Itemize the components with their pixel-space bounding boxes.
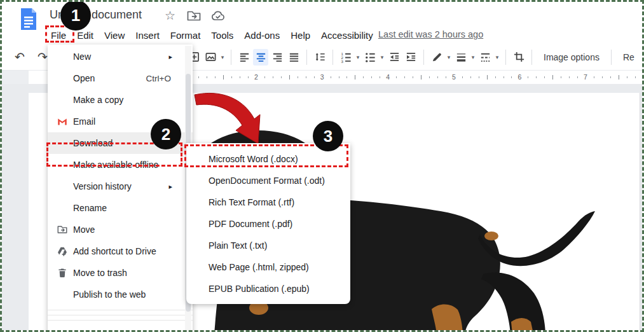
ruler-tick (569, 76, 570, 78)
ruler-tick (331, 76, 331, 78)
undo-icon[interactable]: ↶ (12, 49, 27, 66)
ruler-tick (248, 76, 249, 78)
file-menu-item-open[interactable]: OpenCtrl+O (48, 67, 193, 89)
menubar-item-help[interactable]: Help (289, 29, 312, 41)
menu-item-label: Version history (73, 181, 132, 191)
ruler-tick (421, 75, 421, 80)
line-spacing-icon[interactable] (312, 49, 327, 66)
insert-image-icon[interactable] (203, 49, 218, 66)
ruler-tick (602, 76, 603, 78)
increase-indent-icon[interactable] (403, 49, 418, 66)
drive-shortcut-icon (57, 245, 73, 258)
border-weight-dropdown-icon[interactable]: ▾ (470, 54, 476, 60)
crop-icon[interactable] (511, 49, 526, 66)
menu-item-icon-empty (57, 158, 73, 171)
bulleted-list-icon[interactable] (362, 49, 378, 66)
annotation-badge-3: 3 (313, 121, 343, 151)
ruler-tick (231, 76, 232, 78)
ruler-tick (396, 76, 397, 78)
gmail-icon (57, 115, 73, 128)
menubar-item-tools[interactable]: Tools (210, 29, 235, 41)
border-weight-icon[interactable] (453, 49, 469, 66)
replace-image-button[interactable]: Re (617, 52, 641, 62)
ruler-number-7: 7 (584, 73, 587, 81)
border-color-dropdown-icon[interactable]: ▾ (446, 54, 452, 60)
menubar-item-insert[interactable]: Insert (134, 29, 161, 41)
ruler-tick (264, 76, 265, 78)
ruler-tick (437, 76, 438, 78)
menu-item-label: Add shortcut to Drive (73, 246, 156, 256)
menubar-item-view[interactable]: View (103, 29, 126, 41)
ruler-tick (314, 76, 315, 78)
ruler-tick (215, 76, 216, 78)
numbered-list-icon[interactable]: 123 (338, 49, 353, 66)
ruler-tick (627, 76, 627, 78)
bulleted-list-dropdown-icon[interactable]: ▾ (379, 54, 385, 60)
ruler-tick (223, 75, 224, 80)
star-icon[interactable]: ☆ (165, 9, 175, 23)
menu-item-icon-empty (57, 288, 73, 301)
ruler-margin (2, 71, 29, 84)
download-submenu-item-web-page-html-zipped[interactable]: Web Page (.html, zipped) (186, 256, 350, 278)
ruler-tick (339, 76, 339, 78)
file-menu-item-move-to-trash[interactable]: Move to trash (48, 262, 193, 284)
menu-item-label: Make a copy (73, 95, 123, 105)
screenshot-frame: Untitled document ☆ FileEditViewInsertFo… (0, 0, 644, 332)
file-menu-item-add-shortcut-to-drive[interactable]: Add shortcut to Drive (48, 240, 193, 262)
download-submenu-item-rich-text-format-rtf[interactable]: Rich Text Format (.rtf) (186, 191, 350, 213)
ruler-tick (495, 76, 496, 78)
ruler-tick (635, 76, 636, 78)
google-docs-logo-icon[interactable] (20, 7, 38, 31)
ruler-number-5: 5 (452, 73, 456, 81)
download-submenu-item-microsoft-word-docx[interactable]: Microsoft Word (.docx) (186, 148, 350, 170)
menu-item-icon-empty (57, 93, 73, 106)
file-menu: New▸OpenCtrl+OMake a copyEmailDownload▸M… (48, 45, 193, 332)
file-menu-item-rename[interactable]: Rename (48, 197, 193, 219)
ruler-number-6: 6 (517, 73, 521, 81)
menubar-item-format[interactable]: Format (169, 29, 202, 41)
file-menu-item-publish-to-the-web[interactable]: Publish to the web (48, 284, 193, 305)
menubar-item-file[interactable]: File (50, 29, 67, 41)
menubar-item-accessibility[interactable]: Accessibility (320, 29, 374, 41)
file-menu-item-version-history[interactable]: Version history▸ (48, 176, 193, 197)
border-dash-dropdown-icon[interactable]: ▾ (494, 54, 500, 60)
ruler-tick (371, 76, 372, 78)
download-submenu: Microsoft Word (.docx)OpenDocument Forma… (186, 143, 350, 304)
last-edit-link[interactable]: Last edit was 2 hours ago (378, 29, 483, 39)
ruler-tick (487, 75, 488, 80)
ruler-tick (446, 76, 446, 78)
ruler-tick (429, 76, 430, 78)
ruler-tick (462, 76, 463, 78)
file-menu-item-move[interactable]: Move (48, 219, 193, 240)
download-submenu-item-plain-text-txt[interactable]: Plain Text (.txt) (186, 235, 350, 256)
download-submenu-item-pdf-document-pdf[interactable]: PDF Document (.pdf) (186, 213, 350, 235)
menubar-item-edit[interactable]: Edit (76, 29, 95, 41)
image-options-button[interactable]: Image options (537, 52, 606, 62)
align-right-icon[interactable] (270, 49, 285, 66)
file-menu-item-make-a-copy[interactable]: Make a copy (48, 89, 193, 111)
border-color-icon[interactable] (429, 49, 444, 66)
move-folder-icon[interactable] (186, 10, 202, 22)
download-submenu-item-opendocument-format-odt[interactable]: OpenDocument Format (.odt) (186, 170, 350, 191)
numbered-list-dropdown-icon[interactable]: ▾ (355, 54, 361, 60)
menu-item-label: Publish to the web (73, 289, 146, 300)
insert-image-dropdown-icon[interactable]: ▾ (219, 54, 226, 60)
file-menu-item-make-available-offline[interactable]: Make available offline (48, 154, 193, 176)
ruler-tick (289, 75, 290, 80)
menubar: FileEditViewInsertFormatToolsAdd-onsHelp… (50, 27, 374, 43)
align-center-icon[interactable] (253, 49, 268, 66)
align-left-icon[interactable] (236, 49, 252, 66)
menu-item-label: Move (73, 225, 95, 235)
ruler-tick (306, 76, 306, 78)
download-submenu-item-epub-publication-epub[interactable]: EPUB Publication (.epub) (186, 278, 350, 300)
decrease-indent-icon[interactable] (387, 49, 402, 66)
ruler-tick (561, 76, 561, 78)
menubar-item-add-ons[interactable]: Add-ons (243, 29, 281, 41)
align-justify-icon[interactable] (286, 49, 301, 66)
border-dash-icon[interactable] (477, 49, 493, 66)
file-menu-item-new[interactable]: New▸ (48, 46, 193, 67)
cloud-saved-icon[interactable] (210, 10, 226, 22)
menu-item-icon-empty (57, 50, 73, 63)
ruler-tick (610, 76, 611, 78)
menu-item-label: Email (73, 116, 95, 127)
